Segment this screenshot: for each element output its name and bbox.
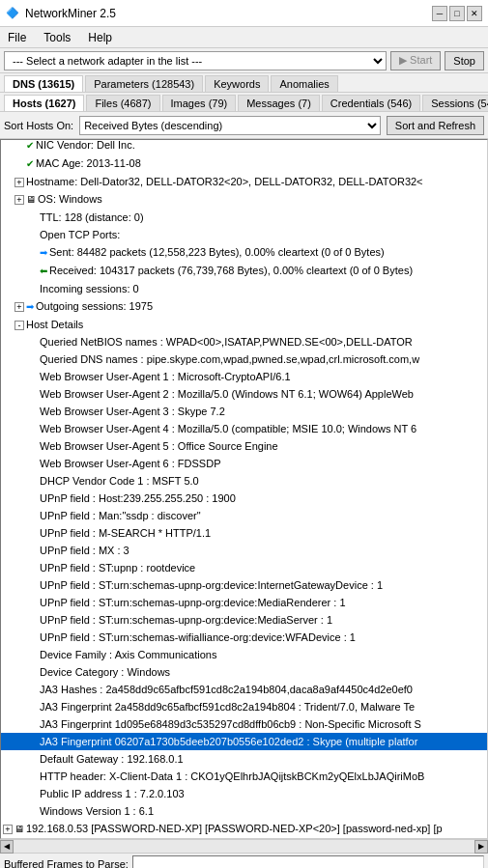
menu-help[interactable]: Help (84, 30, 116, 45)
tree-node-text: UPnP field : ST:urn:schemas-upnp-org:dev… (40, 614, 332, 626)
status-input[interactable] (132, 855, 484, 869)
tree-item[interactable]: JA3 Hashes : 2a458dd9c65afbcf591cd8c2a19… (1, 681, 487, 698)
tab1-0[interactable]: DNS (13615) (4, 75, 83, 92)
tree-node-text: UPnP field : ST:urn:schemas-upnp-org:dev… (40, 579, 383, 591)
tab2-4[interactable]: Credentials (546) (322, 95, 420, 111)
tree-item[interactable]: UPnP field : ST:urn:schemas-upnp-org:dev… (1, 594, 487, 611)
tree-node-text: Default Gateway : 192.168.0.1 (40, 753, 184, 765)
sort-refresh-button[interactable]: Sort and Refresh (387, 116, 484, 135)
start-button[interactable]: ▶ Start (390, 51, 441, 70)
scrollbar-bottom[interactable]: ◀ ▶ (0, 839, 488, 853)
tab1-1[interactable]: Parameters (128543) (85, 75, 203, 92)
tree-node-text: UPnP field : ST:urn:schemas-wifialliance… (40, 631, 356, 643)
tree-item[interactable]: ➡Sent: 84482 packets (12,558,223 Bytes),… (1, 243, 487, 262)
menu-file[interactable]: File (4, 30, 30, 45)
tree-item[interactable]: Public IP address 1 : 7.2.0.103 (1, 785, 487, 802)
tree-node-text: Web Browser User-Agent 4 : Mozilla/5.0 (… (40, 423, 416, 434)
tree-item[interactable]: UPnP field : M-SEARCH * HTTP/1.1 (1, 524, 487, 542)
tab1-3[interactable]: Anomalies (271, 75, 337, 92)
expand-icon[interactable]: + (3, 825, 13, 834)
tree-item[interactable]: Web Browser User-Agent 2 : Mozilla/5.0 (… (1, 385, 487, 403)
tree-container[interactable]: -🖥192.168.0.54 [DELL-DATOR32] [DELL-DATO… (0, 139, 488, 839)
tab2-0[interactable]: Hosts (1627) (4, 95, 84, 111)
tree-item[interactable]: UPnP field : ST:urn:schemas-wifialliance… (1, 629, 487, 646)
tree-item[interactable]: UPnP field : ST:urn:schemas-upnp-org:dev… (1, 576, 487, 594)
tree-item[interactable]: ✔MAC Age: 2013-11-08 (1, 154, 487, 173)
tree-item[interactable]: UPnP field : ST:urn:schemas-upnp-org:dev… (1, 611, 487, 629)
tree-item[interactable]: Incoming sessions: 0 (1, 280, 487, 297)
tree-node-text: UPnP field : M-SEARCH * HTTP/1.1 (40, 527, 211, 539)
expand-icon[interactable]: + (14, 195, 24, 205)
tree-node-text: JA3 Fingerprint 2a458dd9c65afbcf591cd8c2… (40, 701, 415, 713)
tree-node-text: Windows Version 1 : 6.1 (40, 805, 154, 817)
tree-item[interactable]: JA3 Fingerprint 06207a1730b5deeb207b0556… (1, 733, 487, 750)
tree-item[interactable]: UPnP field : Host:239.255.255.250 : 1900 (1, 490, 487, 507)
tree-item[interactable]: UPnP field : Man:"ssdp : discover" (1, 507, 487, 524)
tree-item[interactable]: Default Gateway : 192.168.0.1 (1, 750, 487, 768)
tree-item[interactable]: Device Category : Windows (1, 663, 487, 681)
tab2-2[interactable]: Images (79) (162, 95, 237, 111)
tree-node-text: Web Browser User-Agent 3 : Skype 7.2 (40, 406, 225, 417)
tree-item[interactable]: Device Family : Axis Communications (1, 646, 487, 663)
tree-item[interactable]: +➡Outgoing sessions: 1975 (1, 297, 487, 316)
tree-item[interactable]: +Hostname: Dell-Dator32, DELL-DATOR32<20… (1, 173, 487, 190)
tree-item[interactable]: UPnP field : ST:upnp : rootdevice (1, 559, 487, 576)
app-title: NetworkMiner 2.5 (25, 7, 116, 20)
tab2-5[interactable]: Sessions (5444) (422, 95, 488, 111)
tab2-1[interactable]: Files (4687) (86, 95, 159, 111)
tree-item[interactable]: Web Browser User-Agent 1 : Microsoft-Cry… (1, 368, 487, 385)
tree-item[interactable]: DHCP Vendor Code 1 : MSFT 5.0 (1, 472, 487, 490)
tree-item[interactable]: -Host Details (1, 316, 487, 333)
tree-item[interactable]: UPnP field : MX : 3 (1, 542, 487, 559)
maximize-button[interactable]: □ (449, 6, 465, 21)
tree-item[interactable]: Web Browser User-Agent 4 : Mozilla/5.0 (… (1, 420, 487, 437)
expand-icon[interactable]: + (14, 178, 24, 187)
tree-node-text: 192.168.0.53 [PASSWORD-NED-XP] [PASSWORD… (26, 823, 443, 834)
tree-node-text: JA3 Fingerprint 06207a1730b5deeb207b0556… (40, 736, 417, 747)
tree-item[interactable]: TTL: 128 (distance: 0) (1, 209, 487, 226)
tree-item[interactable]: +🖥192.168.0.53 [PASSWORD-NED-XP] [PASSWO… (1, 820, 487, 838)
stop-button[interactable]: Stop (445, 51, 484, 70)
tree-item[interactable]: ✔NIC Vendor: Dell Inc. (1, 139, 487, 154)
tree-node-text: Device Family : Axis Communications (40, 649, 216, 660)
tree-node-text: Open TCP Ports: (40, 229, 120, 240)
tab2-3[interactable]: Messages (7) (238, 95, 320, 111)
tabs-row2: Hosts (1627)Files (4687)Images (79)Messa… (0, 93, 488, 112)
tree-node-text: JA3 Hashes : 2a458dd9c65afbcf591cd8c2a19… (40, 684, 413, 695)
tree-node-text: Outgoing sessions: 1975 (36, 300, 153, 312)
tree-node-text: Web Browser User-Agent 2 : Mozilla/5.0 (… (40, 388, 414, 400)
tree-node-text: Host Details (26, 319, 83, 330)
tree-item[interactable]: Queried NetBIOS names : WPAD<00>,ISATAP,… (1, 333, 487, 350)
expand-icon[interactable]: - (14, 321, 24, 330)
tree-item[interactable]: ⬅Received: 104317 packets (76,739,768 By… (1, 262, 487, 280)
tree-node-icon: 🖥 (14, 824, 24, 834)
tree-item[interactable]: JA3 Fingerprint 2a458dd9c65afbcf591cd8c2… (1, 698, 487, 715)
tree-node-text: UPnP field : MX : 3 (40, 545, 129, 556)
tree-node-text: HTTP header: X-Client-Data 1 : CKO1yQElh… (40, 770, 424, 782)
tree-node-icon: ⬅ (40, 266, 47, 276)
tree-item[interactable]: JA3 Fingerprint 1d095e68489d3c535297cd8d… (1, 715, 487, 733)
scroll-left-button[interactable]: ◀ (0, 840, 14, 854)
sort-label: Sort Hosts On: (4, 120, 73, 131)
tree-item[interactable]: Web Browser User-Agent 5 : Office Source… (1, 437, 487, 455)
sort-select[interactable]: Received Bytes (descending)Sent Bytes (d… (79, 116, 381, 135)
tree-item[interactable]: HTTP header: X-Client-Data 1 : CKO1yQElh… (1, 768, 487, 785)
tree-node-text: TTL: 128 (distance: 0) (40, 211, 144, 223)
tab1-2[interactable]: Keywords (205, 75, 269, 92)
adapter-select[interactable]: --- Select a network adapter in the list… (4, 51, 387, 70)
tree-item[interactable]: Windows Version 1 : 6.1 (1, 802, 487, 820)
close-button[interactable]: ✕ (467, 6, 482, 21)
scroll-track[interactable] (14, 840, 474, 853)
tree-item[interactable]: Web Browser User-Agent 3 : Skype 7.2 (1, 403, 487, 420)
tree-item[interactable]: Queried DNS names : pipe.skype.com,wpad,… (1, 350, 487, 368)
expand-icon[interactable]: + (14, 302, 24, 312)
tree-item[interactable]: Open TCP Ports: (1, 226, 487, 243)
minimize-button[interactable]: ─ (432, 6, 447, 21)
tree-item[interactable]: +🖥OS: Windows (1, 190, 487, 209)
title-bar: 🔷 NetworkMiner 2.5 ─ □ ✕ (0, 0, 488, 27)
tree-node-text: JA3 Fingerprint 1d095e68489d3c535297cd8d… (40, 718, 421, 730)
tree-item[interactable]: Web Browser User-Agent 6 : FDSSDP (1, 455, 487, 472)
scroll-right-button[interactable]: ▶ (474, 840, 488, 854)
menu-tools[interactable]: Tools (40, 30, 74, 45)
app-icon: 🔷 (6, 7, 19, 19)
